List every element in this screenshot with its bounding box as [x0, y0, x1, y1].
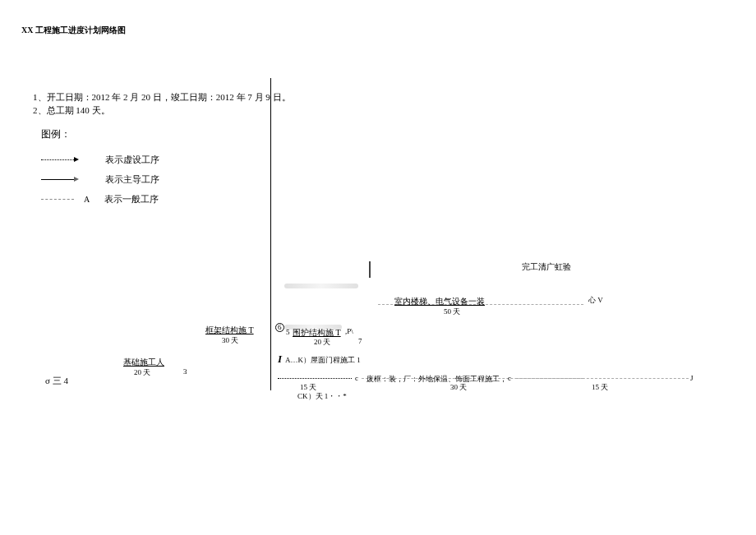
- node-6: 6: [278, 323, 282, 331]
- task-foundation-right: 3: [183, 367, 187, 376]
- bottom-mid-dur: 30 天: [450, 382, 467, 393]
- task-final: 完工清广虹验: [522, 261, 571, 273]
- envelope-suffix: ,P\: [345, 327, 353, 335]
- vertical-divider-icon: [270, 78, 271, 390]
- task-bottom-mid: 废框：装，厂：外地保温、饰面工程施工，: [366, 374, 507, 385]
- task-indoor-dur: 50 天: [444, 307, 460, 317]
- legend: 图例： 表示虚设工序 表示主导工序 A 表示一般工序: [41, 127, 159, 209]
- node-7: 7: [358, 337, 362, 345]
- sigma-label: σ 三 4: [45, 375, 68, 387]
- task-frame-dur: 30 天: [222, 335, 238, 346]
- tick-mark-icon: [369, 261, 371, 278]
- task-roof: A…K）屋面门程施工 1: [285, 355, 361, 366]
- task-foundation: 基础施工人: [123, 357, 164, 368]
- legend-label: 表示主导工序: [105, 173, 159, 186]
- task-envelope-dur: 20 天: [314, 337, 330, 348]
- c-start: c: [355, 374, 358, 382]
- task-foundation-dur: 20 天: [134, 367, 150, 378]
- legend-row-main: 表示主导工序: [41, 169, 159, 189]
- legend-title: 图例：: [41, 127, 159, 141]
- bar-icon: [284, 284, 358, 288]
- info-line-2: 2、总工期 140 天。: [33, 104, 291, 117]
- dotted-line-icon: [278, 378, 352, 379]
- legend-label: 表示虚设工序: [105, 154, 159, 166]
- letter-j: J: [690, 374, 694, 382]
- letter-i: I: [278, 353, 282, 366]
- node-5: 5: [286, 328, 290, 336]
- c-end: c: [508, 374, 511, 382]
- bottom-left-ck: CK）天 1・・*: [297, 391, 347, 402]
- legend-row-virtual: 表示虚设工序: [41, 150, 159, 169]
- heart-v: 心 V: [588, 296, 603, 305]
- bottom-right-dur: 15 天: [592, 382, 608, 393]
- task-indoor: 室内楼梯、电气设备一装: [394, 296, 485, 307]
- legend-label: 表示一般工序: [104, 193, 159, 205]
- legend-suffix: A: [84, 195, 90, 204]
- task-frame: 框架结构施 T: [205, 325, 254, 336]
- legend-row-general: A 表示一般工序: [41, 189, 159, 209]
- dashed-line-icon: [516, 378, 689, 379]
- info-line-1: 1、开工日期：2012 年 2 月 20 日，竣工日期：2012 年 7 月 9…: [33, 90, 291, 104]
- project-info: 1、开工日期：2012 年 2 月 20 日，竣工日期：2012 年 7 月 9…: [33, 90, 291, 117]
- page-title: XX 工程施工进度计划网络图: [21, 25, 126, 36]
